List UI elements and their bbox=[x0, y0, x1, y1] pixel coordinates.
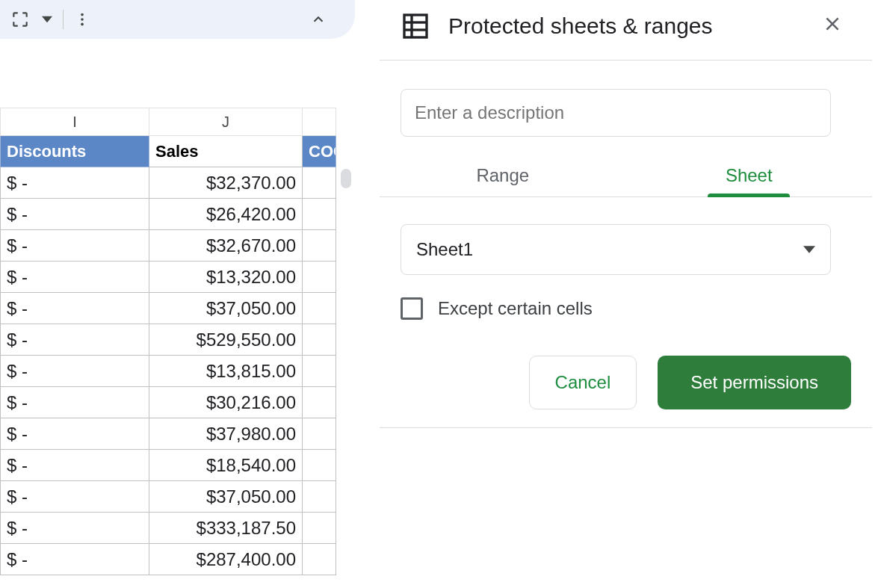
header-discounts[interactable]: Discounts bbox=[0, 136, 149, 167]
table-row: $ -$32,370.00 bbox=[0, 167, 351, 199]
cell-cogs[interactable] bbox=[303, 167, 336, 199]
cell-sales[interactable]: $37,050.00 bbox=[149, 293, 303, 324]
cell-sales[interactable]: $287,400.00 bbox=[149, 544, 303, 575]
sheet-select-value: Sheet1 bbox=[416, 239, 473, 260]
table-row: $ -$32,670.00 bbox=[0, 230, 351, 261]
except-cells-row: Except certain cells bbox=[401, 297, 851, 320]
table-row: $ -$18,540.00 bbox=[0, 450, 351, 481]
tab-range[interactable]: Range bbox=[380, 165, 626, 196]
svg-point-2 bbox=[81, 23, 84, 26]
cell-sales[interactable]: $30,216.00 bbox=[149, 387, 303, 418]
table-row: $ -$37,050.00 bbox=[0, 481, 351, 513]
cell-discounts[interactable]: $ - bbox=[0, 481, 149, 513]
panel-tabs: Range Sheet bbox=[380, 165, 872, 197]
panel-close-button[interactable] bbox=[817, 7, 848, 45]
cell-discounts[interactable]: $ - bbox=[0, 293, 149, 324]
header-sales[interactable]: Sales bbox=[149, 136, 303, 167]
cell-cogs[interactable] bbox=[303, 450, 336, 481]
more-vert-icon bbox=[74, 11, 90, 28]
cell-discounts[interactable]: $ - bbox=[0, 199, 149, 230]
cell-discounts[interactable]: $ - bbox=[0, 230, 149, 261]
cell-cogs[interactable] bbox=[303, 418, 336, 450]
sheets-icon bbox=[401, 11, 430, 41]
table-row: $ -$26,420.00 bbox=[0, 199, 351, 230]
toolbar-button-collapse[interactable] bbox=[304, 6, 333, 33]
description-input[interactable] bbox=[401, 89, 831, 137]
cell-discounts[interactable]: $ - bbox=[0, 418, 149, 450]
toolbar-button-expand[interactable] bbox=[4, 6, 36, 33]
svg-point-0 bbox=[81, 13, 84, 16]
cell-discounts[interactable]: $ - bbox=[0, 356, 149, 387]
cancel-button[interactable]: Cancel bbox=[529, 356, 637, 409]
cell-discounts[interactable]: $ - bbox=[0, 544, 149, 575]
chevron-up-icon bbox=[310, 11, 327, 28]
column-letter-I[interactable]: I bbox=[0, 108, 149, 136]
svg-point-1 bbox=[81, 18, 84, 21]
cell-discounts[interactable]: $ - bbox=[0, 324, 149, 356]
table-row: $ -$37,980.00 bbox=[0, 418, 351, 450]
cell-discounts[interactable]: $ - bbox=[0, 167, 149, 199]
tab-sheet[interactable]: Sheet bbox=[626, 165, 873, 196]
table-row: $ -$13,815.00 bbox=[0, 356, 351, 387]
divider bbox=[380, 427, 872, 428]
toolbar-dropdown-arrow[interactable] bbox=[36, 6, 58, 33]
cell-sales[interactable]: $32,370.00 bbox=[149, 167, 303, 199]
cell-sales[interactable]: $37,050.00 bbox=[149, 481, 303, 513]
cell-discounts[interactable]: $ - bbox=[0, 387, 149, 418]
cell-sales[interactable]: $18,540.00 bbox=[149, 450, 303, 481]
column-letters-row: I J bbox=[0, 108, 351, 136]
except-cells-checkbox[interactable] bbox=[401, 297, 423, 320]
protected-sheets-panel: Protected sheets & ranges Range Sheet Sh… bbox=[374, 0, 878, 428]
cell-sales[interactable]: $529,550.00 bbox=[149, 324, 303, 356]
table-row: $ -$30,216.00 bbox=[0, 387, 351, 418]
cell-discounts[interactable]: $ - bbox=[0, 261, 149, 293]
toolbar-separator bbox=[63, 10, 64, 29]
cell-discounts[interactable]: $ - bbox=[0, 513, 149, 544]
svg-rect-3 bbox=[404, 15, 427, 37]
cell-sales[interactable]: $37,980.00 bbox=[149, 418, 303, 450]
cell-sales[interactable]: $26,420.00 bbox=[149, 199, 303, 230]
cell-cogs[interactable] bbox=[303, 199, 336, 230]
toolbar-button-more[interactable] bbox=[68, 6, 96, 33]
spreadsheet: I J Discounts Sales COGS $ -$32,370.00$ … bbox=[0, 108, 351, 575]
cell-cogs[interactable] bbox=[303, 293, 336, 324]
panel-buttons: Cancel Set permissions bbox=[401, 356, 851, 409]
close-icon bbox=[823, 14, 842, 34]
cell-discounts[interactable]: $ - bbox=[0, 450, 149, 481]
header-cogs[interactable]: COGS bbox=[303, 136, 336, 167]
column-letter-K[interactable] bbox=[303, 108, 336, 136]
cell-cogs[interactable] bbox=[303, 356, 336, 387]
cell-cogs[interactable] bbox=[303, 261, 336, 293]
column-letter-J[interactable]: J bbox=[149, 108, 303, 136]
except-cells-label: Except certain cells bbox=[438, 298, 593, 319]
scrollbar-thumb[interactable] bbox=[341, 169, 351, 188]
cell-sales[interactable]: $13,815.00 bbox=[149, 356, 303, 387]
cell-sales[interactable]: $333,187.50 bbox=[149, 513, 303, 544]
cell-cogs[interactable] bbox=[303, 544, 336, 575]
caret-down-icon bbox=[803, 244, 815, 256]
cell-cogs[interactable] bbox=[303, 230, 336, 261]
cell-sales[interactable]: $32,670.00 bbox=[149, 230, 303, 261]
table-row: $ -$529,550.00 bbox=[0, 324, 351, 356]
set-permissions-button[interactable]: Set permissions bbox=[658, 356, 851, 409]
data-rows: $ -$32,370.00$ -$26,420.00$ -$32,670.00$… bbox=[0, 167, 351, 575]
divider bbox=[380, 60, 872, 61]
header-row: Discounts Sales COGS bbox=[0, 136, 351, 167]
cell-cogs[interactable] bbox=[303, 324, 336, 356]
cell-cogs[interactable] bbox=[303, 481, 336, 513]
table-row: $ -$13,320.00 bbox=[0, 261, 351, 293]
table-row: $ -$333,187.50 bbox=[0, 513, 351, 544]
table-row: $ -$37,050.00 bbox=[0, 293, 351, 324]
expand-icon bbox=[10, 10, 30, 29]
cell-cogs[interactable] bbox=[303, 387, 336, 418]
panel-title: Protected sheets & ranges bbox=[448, 13, 799, 39]
cell-cogs[interactable] bbox=[303, 513, 336, 544]
caret-down-icon bbox=[42, 14, 52, 25]
sheet-select-dropdown[interactable]: Sheet1 bbox=[401, 224, 831, 275]
panel-header: Protected sheets & ranges bbox=[374, 0, 878, 52]
cell-sales[interactable]: $13,320.00 bbox=[149, 261, 303, 293]
table-row: $ -$287,400.00 bbox=[0, 544, 351, 575]
toolbar bbox=[0, 0, 355, 39]
